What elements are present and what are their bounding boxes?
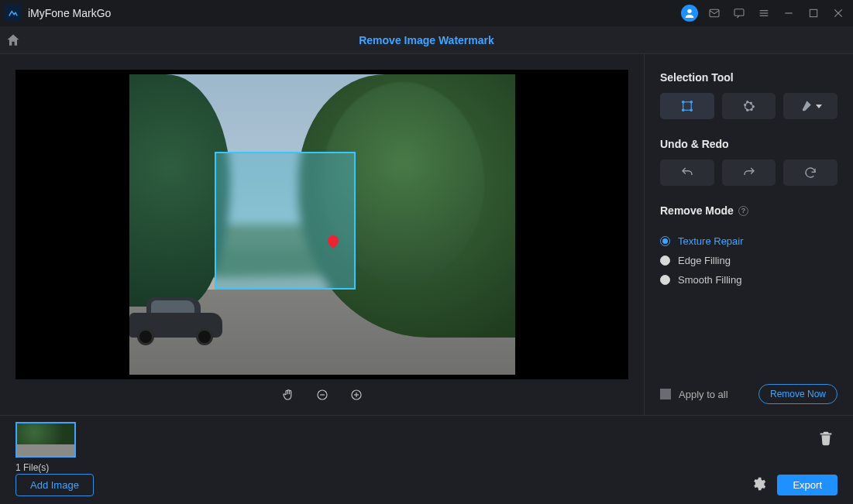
help-icon[interactable]: ? xyxy=(738,206,748,216)
mail-icon[interactable] xyxy=(706,5,723,22)
car-graphic xyxy=(129,291,230,345)
apply-to-all[interactable]: Apply to all xyxy=(660,389,728,400)
svg-rect-7 xyxy=(810,9,817,16)
mode-edge-filling[interactable]: Edge Filling xyxy=(660,255,838,266)
remove-now-button[interactable]: Remove Now xyxy=(758,384,838,404)
zoom-in-icon[interactable] xyxy=(349,387,364,403)
selection-tool-row xyxy=(660,93,838,119)
undo-button[interactable] xyxy=(660,159,714,186)
zoom-controls xyxy=(15,379,628,410)
minimize-icon[interactable] xyxy=(780,5,797,22)
mode-texture-repair[interactable]: Texture Repair xyxy=(660,235,838,247)
file-count: 1 File(s) xyxy=(15,462,76,473)
add-image-button[interactable]: Add Image xyxy=(15,474,94,496)
titlebar: iMyFone MarkGo xyxy=(0,0,853,26)
main: Selection Tool Undo & Redo xyxy=(0,54,853,415)
home-icon[interactable] xyxy=(0,33,26,48)
svg-point-25 xyxy=(746,109,748,111)
svg-point-23 xyxy=(752,106,754,108)
apply-to-all-checkbox[interactable] xyxy=(660,389,671,399)
titlebar-left: iMyFone MarkGo xyxy=(5,5,111,22)
svg-point-20 xyxy=(744,104,745,105)
app-logo xyxy=(5,5,22,22)
header: Remove Image Watermark xyxy=(0,26,853,54)
reset-button[interactable] xyxy=(783,159,838,186)
export-button[interactable]: Export xyxy=(777,475,838,495)
mode-smooth-filling[interactable]: Smooth Filling xyxy=(660,274,838,286)
svg-point-0 xyxy=(687,9,691,13)
sidebar-footer: Apply to all Remove Now xyxy=(660,384,838,404)
svg-point-16 xyxy=(682,101,683,103)
svg-rect-2 xyxy=(734,9,744,16)
delete-icon[interactable] xyxy=(817,430,834,450)
canvas-area xyxy=(0,54,644,415)
apply-to-all-label: Apply to all xyxy=(679,389,728,400)
svg-point-21 xyxy=(746,101,748,103)
remove-mode-title: Remove Mode ? xyxy=(660,204,838,217)
selection-tool-title: Selection Tool xyxy=(660,71,838,84)
bottom-row: Add Image Export xyxy=(15,474,838,496)
thumbnail-row: 1 File(s) xyxy=(15,422,838,473)
svg-rect-15 xyxy=(683,102,692,111)
remove-mode-label: Remove Mode xyxy=(660,204,734,217)
svg-point-22 xyxy=(750,102,752,104)
svg-point-17 xyxy=(690,101,692,103)
remove-mode-list: Texture Repair Edge Filling Smooth Filli… xyxy=(660,235,838,286)
lasso-tool-button[interactable] xyxy=(722,93,776,119)
rectangle-tool-button[interactable] xyxy=(660,93,714,119)
svg-rect-1 xyxy=(710,9,719,16)
brush-tool-button[interactable] xyxy=(783,93,838,119)
hand-tool-icon[interactable] xyxy=(280,387,296,403)
close-icon[interactable] xyxy=(830,5,847,22)
user-icon[interactable] xyxy=(681,5,698,22)
svg-point-19 xyxy=(690,109,692,111)
page-tab[interactable]: Remove Image Watermark xyxy=(359,34,494,46)
titlebar-right xyxy=(681,5,847,22)
redo-button[interactable] xyxy=(722,159,776,186)
zoom-out-icon[interactable] xyxy=(315,387,330,403)
bottom-right: Export xyxy=(751,475,838,495)
undo-redo-title: Undo & Redo xyxy=(660,138,838,150)
settings-icon[interactable] xyxy=(751,476,766,495)
chevron-down-icon xyxy=(816,105,822,108)
image-preview[interactable] xyxy=(129,74,515,375)
undo-redo-row xyxy=(660,159,838,186)
menu-icon[interactable] xyxy=(755,5,772,22)
app-title: iMyFone MarkGo xyxy=(28,7,111,19)
thumbnail[interactable] xyxy=(15,422,76,458)
canvas-frame[interactable] xyxy=(15,70,628,379)
feedback-icon[interactable] xyxy=(731,5,748,22)
svg-point-24 xyxy=(750,108,752,110)
selection-rectangle[interactable] xyxy=(215,152,356,290)
bottom-panel: 1 File(s) Add Image Export xyxy=(0,415,853,504)
svg-point-18 xyxy=(682,109,683,111)
maximize-icon[interactable] xyxy=(805,5,822,22)
sidebar: Selection Tool Undo & Redo xyxy=(644,54,853,415)
